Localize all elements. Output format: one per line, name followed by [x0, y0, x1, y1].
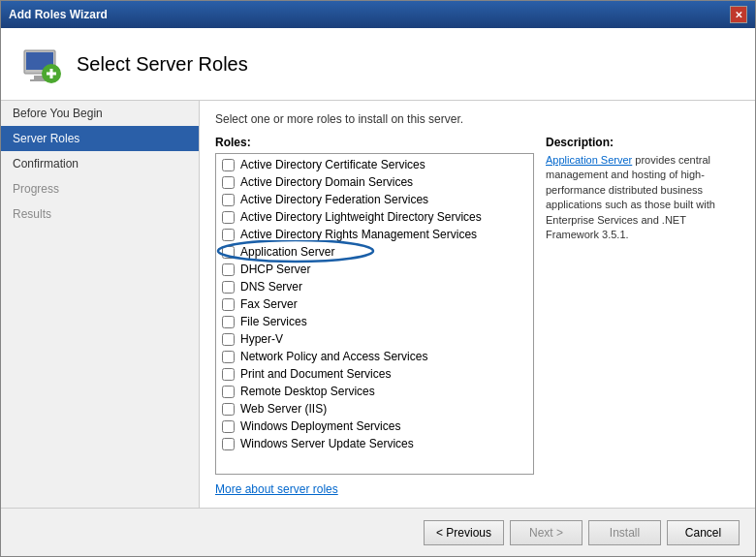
list-item[interactable]: Windows Server Update Services	[218, 435, 531, 452]
list-item[interactable]: Active Directory Certificate Services	[218, 156, 531, 173]
list-item[interactable]: Active Directory Lightweight Directory S…	[218, 208, 531, 226]
list-item[interactable]: Active Directory Domain Services	[218, 173, 531, 191]
role-checkbox-ad-federation[interactable]	[222, 194, 235, 206]
footer: < Previous Next > Install Cancel	[1, 508, 755, 556]
list-item[interactable]: Print and Document Services	[218, 365, 531, 383]
role-checkbox-ad-cert[interactable]	[222, 159, 235, 171]
description-text: Application Server provides central mana…	[546, 153, 740, 242]
roles-description-container: Roles: Active Directory Certificate Serv…	[215, 136, 740, 496]
list-item[interactable]: DNS Server	[218, 278, 531, 295]
content-area: Before You Begin Server Roles Confirmati…	[1, 101, 755, 508]
roles-list[interactable]: Active Directory Certificate Services Ac…	[215, 153, 534, 475]
role-checkbox-ad-domain[interactable]	[222, 176, 235, 189]
list-item[interactable]: Active Directory Rights Management Servi…	[218, 226, 531, 243]
role-checkbox-win-deploy[interactable]	[222, 420, 235, 433]
sidebar-item-server-roles[interactable]: Server Roles	[1, 126, 199, 151]
role-checkbox-wsus[interactable]	[222, 438, 235, 450]
more-about-server-roles-link[interactable]: More about server roles	[215, 482, 534, 496]
role-checkbox-fax[interactable]	[222, 298, 235, 311]
main-panel: Select one or more roles to install on t…	[200, 101, 755, 508]
sidebar-item-progress: Progress	[1, 176, 199, 201]
sidebar-item-before-you-begin[interactable]: Before You Begin	[1, 101, 199, 126]
close-icon: ✕	[735, 10, 742, 20]
list-item[interactable]: Fax Server	[218, 295, 531, 313]
role-checkbox-dhcp[interactable]	[222, 263, 235, 276]
description-label: Description:	[546, 136, 740, 149]
roles-section: Roles: Active Directory Certificate Serv…	[215, 136, 534, 496]
sidebar: Before You Begin Server Roles Confirmati…	[1, 101, 200, 508]
list-item[interactable]: Active Directory Federation Services	[218, 191, 531, 208]
roles-label: Roles:	[215, 136, 534, 149]
sidebar-item-confirmation[interactable]: Confirmation	[1, 151, 199, 176]
page-title: Select Server Roles	[77, 53, 248, 76]
list-item-application-server[interactable]: Application Server	[218, 243, 531, 261]
role-checkbox-file-services[interactable]	[222, 316, 235, 328]
list-item[interactable]: Web Server (IIS)	[218, 400, 531, 418]
role-checkbox-npas[interactable]	[222, 351, 235, 363]
role-checkbox-web-server[interactable]	[222, 403, 235, 416]
header-area: Select Server Roles	[1, 28, 755, 101]
svg-rect-6	[50, 69, 53, 78]
close-button[interactable]: ✕	[730, 6, 747, 23]
cancel-button[interactable]: Cancel	[667, 520, 740, 545]
role-checkbox-dns[interactable]	[222, 281, 235, 294]
install-button[interactable]: Install	[588, 520, 661, 545]
wizard-icon	[16, 41, 63, 87]
list-item[interactable]: Remote Desktop Services	[218, 383, 531, 400]
title-bar: Add Roles Wizard ✕	[1, 1, 755, 28]
title-bar-text: Add Roles Wizard	[9, 8, 108, 21]
sidebar-item-results: Results	[1, 201, 199, 227]
wizard-icon-svg	[16, 41, 63, 87]
instruction-text: Select one or more roles to install on t…	[215, 112, 740, 126]
list-item[interactable]: Windows Deployment Services	[218, 418, 531, 435]
description-app-server-link[interactable]: Application Server	[546, 154, 632, 166]
role-checkbox-ad-lightweight[interactable]	[222, 211, 235, 224]
role-checkbox-ad-rights[interactable]	[222, 229, 235, 241]
role-checkbox-print-doc[interactable]	[222, 368, 235, 381]
description-section: Description: Application Server provides…	[546, 136, 740, 496]
list-item[interactable]: Network Policy and Access Services	[218, 348, 531, 365]
description-body: provides central management and hosting …	[546, 154, 715, 240]
main-window: Add Roles Wizard ✕ Select Server Roles	[0, 0, 756, 557]
list-item[interactable]: DHCP Server	[218, 261, 531, 278]
role-checkbox-remote-desktop[interactable]	[222, 386, 235, 398]
list-item[interactable]: Hyper-V	[218, 330, 531, 348]
role-checkbox-hyper-v[interactable]	[222, 333, 235, 346]
previous-button[interactable]: < Previous	[424, 520, 504, 545]
list-item[interactable]: File Services	[218, 313, 531, 330]
next-button[interactable]: Next >	[510, 520, 583, 545]
role-checkbox-app-server[interactable]	[222, 246, 235, 259]
